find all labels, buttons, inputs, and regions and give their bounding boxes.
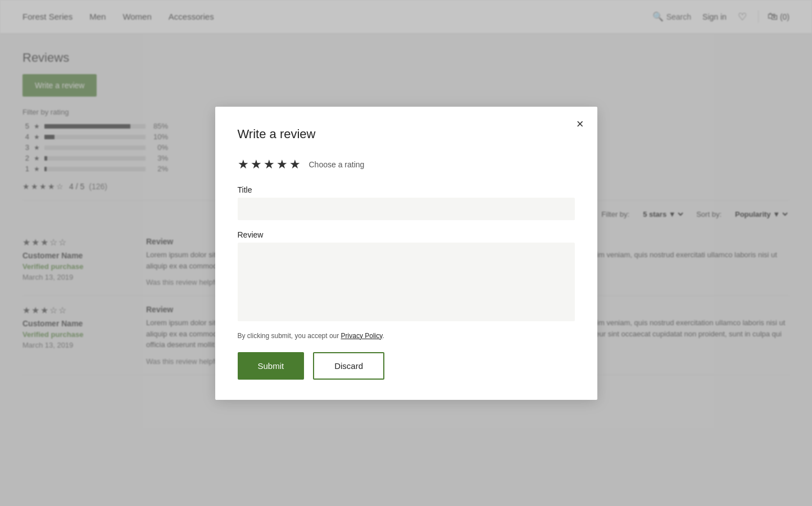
review-label: Review — [238, 230, 575, 239]
modal-overlay: × Write a review ★★★★★ Choose a rating T… — [0, 0, 812, 392]
review-textarea[interactable] — [238, 243, 575, 321]
discard-button[interactable]: Discard — [313, 352, 384, 380]
close-button[interactable]: × — [577, 118, 584, 130]
star-rating-row: ★★★★★ Choose a rating — [238, 157, 575, 172]
privacy-policy-link[interactable]: Privacy Policy — [341, 332, 383, 340]
submit-button[interactable]: Submit — [238, 352, 305, 380]
title-input[interactable] — [238, 198, 575, 220]
modal-title: Write a review — [238, 127, 575, 142]
write-review-modal: × Write a review ★★★★★ Choose a rating T… — [215, 107, 597, 392]
star-rating-label: Choose a rating — [309, 160, 365, 169]
privacy-text: By clicking submit, you accept our Priva… — [238, 332, 575, 340]
star-rating-stars[interactable]: ★★★★★ — [238, 157, 302, 172]
title-label: Title — [238, 185, 575, 194]
modal-actions: Submit Discard — [238, 352, 575, 380]
